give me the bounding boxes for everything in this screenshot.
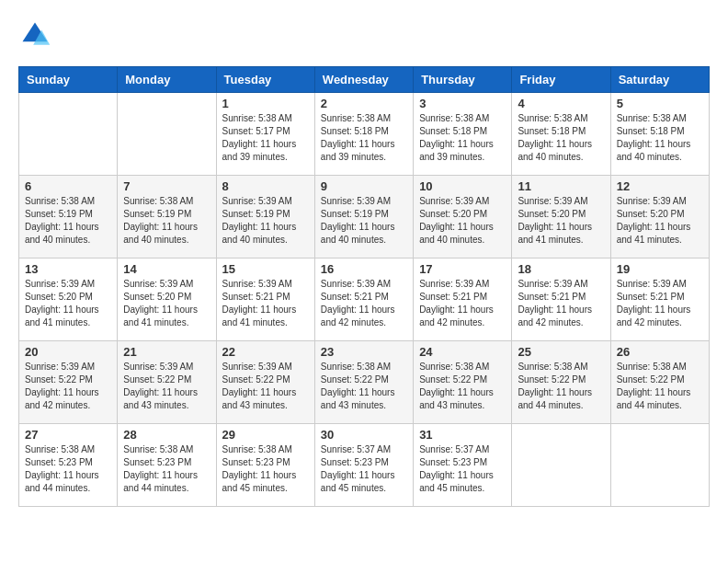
calendar-cell: 13Sunrise: 5:39 AMSunset: 5:20 PMDayligh…	[19, 259, 118, 341]
day-info: Sunrise: 5:38 AMSunset: 5:22 PMDaylight:…	[518, 361, 604, 412]
day-number: 18	[518, 262, 604, 276]
day-of-week-header: Friday	[512, 67, 610, 93]
day-number: 25	[518, 345, 604, 359]
day-info: Sunrise: 5:39 AMSunset: 5:20 PMDaylight:…	[617, 195, 703, 247]
day-info: Sunrise: 5:39 AMSunset: 5:19 PMDaylight:…	[222, 195, 309, 247]
day-of-week-header: Tuesday	[216, 67, 314, 93]
calendar-cell: 11Sunrise: 5:39 AMSunset: 5:20 PMDayligh…	[512, 176, 610, 259]
calendar-cell: 14Sunrise: 5:39 AMSunset: 5:20 PMDayligh…	[118, 259, 216, 341]
day-of-week-header: Monday	[118, 67, 216, 93]
calendar-cell: 5Sunrise: 5:38 AMSunset: 5:18 PMDaylight…	[610, 93, 709, 176]
day-info: Sunrise: 5:39 AMSunset: 5:21 PMDaylight:…	[222, 278, 309, 329]
calendar-cell: 7Sunrise: 5:38 AMSunset: 5:19 PMDaylight…	[118, 176, 216, 259]
calendar-cell: 28Sunrise: 5:38 AMSunset: 5:23 PMDayligh…	[118, 424, 216, 507]
calendar-week-row: 1Sunrise: 5:38 AMSunset: 5:17 PMDaylight…	[19, 93, 710, 176]
day-number: 3	[419, 97, 506, 110]
day-info: Sunrise: 5:38 AMSunset: 5:22 PMDaylight:…	[419, 361, 506, 412]
day-of-week-header: Saturday	[610, 67, 709, 93]
page-header	[18, 18, 710, 52]
calendar-cell: 27Sunrise: 5:38 AMSunset: 5:23 PMDayligh…	[19, 424, 118, 507]
calendar-cell	[118, 93, 216, 176]
day-number: 5	[617, 97, 703, 110]
calendar-cell: 8Sunrise: 5:39 AMSunset: 5:19 PMDaylight…	[216, 176, 314, 259]
calendar-cell: 6Sunrise: 5:38 AMSunset: 5:19 PMDaylight…	[19, 176, 118, 259]
day-number: 6	[25, 179, 111, 193]
calendar-cell: 17Sunrise: 5:39 AMSunset: 5:21 PMDayligh…	[414, 259, 512, 341]
day-info: Sunrise: 5:39 AMSunset: 5:22 PMDaylight:…	[123, 361, 210, 412]
day-info: Sunrise: 5:39 AMSunset: 5:20 PMDaylight:…	[123, 278, 210, 329]
day-number: 20	[25, 345, 111, 359]
calendar-cell: 24Sunrise: 5:38 AMSunset: 5:22 PMDayligh…	[414, 341, 512, 424]
day-info: Sunrise: 5:39 AMSunset: 5:20 PMDaylight:…	[419, 195, 506, 247]
day-number: 4	[518, 97, 604, 110]
calendar-cell	[19, 93, 118, 176]
day-info: Sunrise: 5:38 AMSunset: 5:19 PMDaylight:…	[25, 195, 111, 247]
day-info: Sunrise: 5:38 AMSunset: 5:18 PMDaylight:…	[617, 112, 703, 164]
day-info: Sunrise: 5:37 AMSunset: 5:23 PMDaylight:…	[419, 443, 506, 495]
calendar-cell: 1Sunrise: 5:38 AMSunset: 5:17 PMDaylight…	[216, 93, 314, 176]
calendar-cell: 16Sunrise: 5:39 AMSunset: 5:21 PMDayligh…	[314, 259, 413, 341]
day-info: Sunrise: 5:38 AMSunset: 5:22 PMDaylight:…	[617, 361, 703, 412]
day-info: Sunrise: 5:39 AMSunset: 5:21 PMDaylight:…	[617, 278, 703, 329]
calendar-cell: 12Sunrise: 5:39 AMSunset: 5:20 PMDayligh…	[610, 176, 709, 259]
day-number: 15	[222, 262, 309, 276]
day-info: Sunrise: 5:39 AMSunset: 5:20 PMDaylight:…	[518, 195, 604, 247]
day-number: 2	[321, 97, 407, 110]
day-number: 7	[123, 179, 210, 193]
day-number: 9	[321, 179, 407, 193]
day-number: 21	[123, 345, 210, 359]
calendar-cell: 9Sunrise: 5:39 AMSunset: 5:19 PMDaylight…	[314, 176, 413, 259]
day-number: 11	[518, 179, 604, 193]
day-number: 1	[222, 97, 309, 110]
calendar-cell: 21Sunrise: 5:39 AMSunset: 5:22 PMDayligh…	[118, 341, 216, 424]
day-of-week-header: Wednesday	[314, 67, 413, 93]
day-info: Sunrise: 5:39 AMSunset: 5:22 PMDaylight:…	[25, 361, 111, 412]
calendar-cell: 18Sunrise: 5:39 AMSunset: 5:21 PMDayligh…	[512, 259, 610, 341]
day-number: 29	[222, 428, 309, 442]
calendar-header-row: SundayMondayTuesdayWednesdayThursdayFrid…	[19, 67, 710, 93]
day-number: 10	[419, 179, 506, 193]
day-of-week-header: Sunday	[19, 67, 118, 93]
day-number: 13	[25, 262, 111, 276]
day-info: Sunrise: 5:38 AMSunset: 5:18 PMDaylight:…	[419, 112, 506, 164]
calendar-week-row: 13Sunrise: 5:39 AMSunset: 5:20 PMDayligh…	[19, 259, 710, 341]
calendar-cell: 26Sunrise: 5:38 AMSunset: 5:22 PMDayligh…	[610, 341, 709, 424]
day-info: Sunrise: 5:39 AMSunset: 5:21 PMDaylight:…	[419, 278, 506, 329]
calendar-week-row: 6Sunrise: 5:38 AMSunset: 5:19 PMDaylight…	[19, 176, 710, 259]
day-info: Sunrise: 5:39 AMSunset: 5:21 PMDaylight:…	[321, 278, 407, 329]
day-info: Sunrise: 5:39 AMSunset: 5:22 PMDaylight:…	[222, 361, 309, 412]
day-number: 12	[617, 179, 703, 193]
day-info: Sunrise: 5:39 AMSunset: 5:20 PMDaylight:…	[25, 278, 111, 329]
calendar-cell: 10Sunrise: 5:39 AMSunset: 5:20 PMDayligh…	[414, 176, 512, 259]
calendar-cell	[512, 424, 610, 507]
calendar-cell: 19Sunrise: 5:39 AMSunset: 5:21 PMDayligh…	[610, 259, 709, 341]
day-info: Sunrise: 5:37 AMSunset: 5:23 PMDaylight:…	[321, 443, 407, 495]
day-number: 31	[419, 428, 506, 442]
calendar-week-row: 20Sunrise: 5:39 AMSunset: 5:22 PMDayligh…	[19, 341, 710, 424]
day-number: 17	[419, 262, 506, 276]
day-info: Sunrise: 5:38 AMSunset: 5:23 PMDaylight:…	[123, 443, 210, 495]
day-info: Sunrise: 5:38 AMSunset: 5:23 PMDaylight:…	[222, 443, 309, 495]
calendar-cell: 22Sunrise: 5:39 AMSunset: 5:22 PMDayligh…	[216, 341, 314, 424]
day-number: 30	[321, 428, 407, 442]
day-number: 27	[25, 428, 111, 442]
calendar-cell	[610, 424, 709, 507]
day-info: Sunrise: 5:39 AMSunset: 5:19 PMDaylight:…	[321, 195, 407, 247]
day-number: 8	[222, 179, 309, 193]
day-info: Sunrise: 5:38 AMSunset: 5:19 PMDaylight:…	[123, 195, 210, 247]
calendar-cell: 4Sunrise: 5:38 AMSunset: 5:18 PMDaylight…	[512, 93, 610, 176]
calendar-cell: 3Sunrise: 5:38 AMSunset: 5:18 PMDaylight…	[414, 93, 512, 176]
calendar-cell: 31Sunrise: 5:37 AMSunset: 5:23 PMDayligh…	[414, 424, 512, 507]
day-info: Sunrise: 5:38 AMSunset: 5:17 PMDaylight:…	[222, 112, 309, 164]
calendar-cell: 23Sunrise: 5:38 AMSunset: 5:22 PMDayligh…	[314, 341, 413, 424]
calendar-cell: 30Sunrise: 5:37 AMSunset: 5:23 PMDayligh…	[314, 424, 413, 507]
day-number: 22	[222, 345, 309, 359]
day-of-week-header: Thursday	[414, 67, 512, 93]
calendar-week-row: 27Sunrise: 5:38 AMSunset: 5:23 PMDayligh…	[19, 424, 710, 507]
calendar-table: SundayMondayTuesdayWednesdayThursdayFrid…	[18, 66, 710, 507]
day-info: Sunrise: 5:38 AMSunset: 5:18 PMDaylight:…	[518, 112, 604, 164]
day-number: 14	[123, 262, 210, 276]
day-number: 19	[617, 262, 703, 276]
day-info: Sunrise: 5:38 AMSunset: 5:23 PMDaylight:…	[25, 443, 111, 495]
day-number: 26	[617, 345, 703, 359]
